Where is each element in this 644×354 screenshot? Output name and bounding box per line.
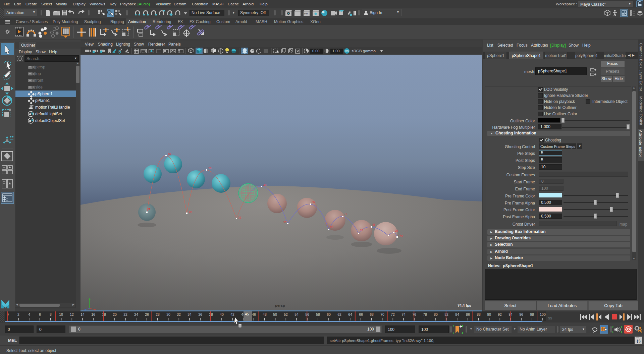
svg-text:68: 68 <box>370 312 374 316</box>
svg-text:ON: ON <box>345 50 349 53</box>
svg-text:82: 82 <box>444 312 448 316</box>
svg-text:persp: persp <box>275 303 285 307</box>
svg-text:19: 19 <box>189 210 192 214</box>
svg-text:98: 98 <box>530 312 534 316</box>
svg-text:72: 72 <box>391 312 395 316</box>
svg-text:28: 28 <box>208 167 212 170</box>
svg-text:1: 1 <box>147 209 148 212</box>
svg-text:45: 45 <box>245 312 249 316</box>
svg-text:80: 80 <box>434 312 438 316</box>
svg-text:100: 100 <box>540 312 546 316</box>
svg-text:16: 16 <box>91 312 95 316</box>
svg-text:26: 26 <box>145 312 149 316</box>
svg-text:88: 88 <box>477 312 481 316</box>
svg-text:86: 86 <box>466 312 470 316</box>
svg-text:54: 54 <box>294 312 299 316</box>
svg-text:95: 95 <box>395 229 398 232</box>
svg-text:83: 83 <box>360 229 363 232</box>
svg-text:6: 6 <box>39 312 41 316</box>
svg-text:70: 70 <box>380 312 384 316</box>
svg-text:52: 52 <box>284 312 288 316</box>
svg-text:46: 46 <box>252 312 256 316</box>
svg-text:50: 50 <box>273 312 277 316</box>
svg-text:39: 39 <box>238 216 241 219</box>
svg-text:72: 72 <box>330 226 333 229</box>
svg-text:66: 66 <box>312 200 315 204</box>
svg-text:20: 20 <box>113 312 117 316</box>
svg-text:10: 10 <box>59 312 63 316</box>
svg-text:0.00: 0.00 <box>312 49 319 53</box>
svg-text:34: 34 <box>187 312 192 316</box>
svg-text:1.00: 1.00 <box>332 49 339 53</box>
svg-text:100: 100 <box>398 235 403 238</box>
svg-text:sRGB gamma: sRGB gamma <box>352 49 376 53</box>
svg-text:92: 92 <box>498 312 502 316</box>
svg-text:28: 28 <box>156 312 160 316</box>
svg-text:14: 14 <box>80 312 85 316</box>
svg-text:90: 90 <box>487 312 491 316</box>
svg-text:40: 40 <box>220 312 224 316</box>
svg-text:74: 74 <box>401 312 406 316</box>
svg-text:99: 99 <box>548 316 552 320</box>
svg-text:60: 60 <box>327 312 331 316</box>
svg-text:36: 36 <box>198 312 202 316</box>
svg-text:77: 77 <box>344 212 347 216</box>
svg-text:12: 12 <box>70 312 74 316</box>
svg-text:96: 96 <box>519 312 523 316</box>
svg-text:32: 32 <box>177 312 181 316</box>
svg-text:88: 88 <box>372 223 376 226</box>
svg-text:48: 48 <box>263 183 267 187</box>
svg-text:84: 84 <box>455 312 459 316</box>
svg-text:42: 42 <box>230 312 234 316</box>
svg-text:62: 62 <box>337 312 341 316</box>
svg-text:8: 8 <box>50 312 52 316</box>
svg-text:66: 66 <box>359 312 363 316</box>
svg-text:78: 78 <box>423 312 427 316</box>
svg-text:74.4 fps: 74.4 fps <box>458 303 471 307</box>
svg-text:4: 4 <box>28 312 30 316</box>
svg-text:24: 24 <box>134 312 138 316</box>
svg-text:64: 64 <box>348 312 352 316</box>
svg-text:22: 22 <box>123 312 127 316</box>
svg-text:2: 2 <box>17 312 19 316</box>
svg-text:58: 58 <box>316 312 320 316</box>
svg-text:IPR: IPR <box>304 13 308 15</box>
svg-text:57: 57 <box>283 221 287 224</box>
svg-text:10: 10 <box>168 153 171 156</box>
svg-text:30: 30 <box>166 312 170 316</box>
svg-text:48: 48 <box>263 312 267 316</box>
